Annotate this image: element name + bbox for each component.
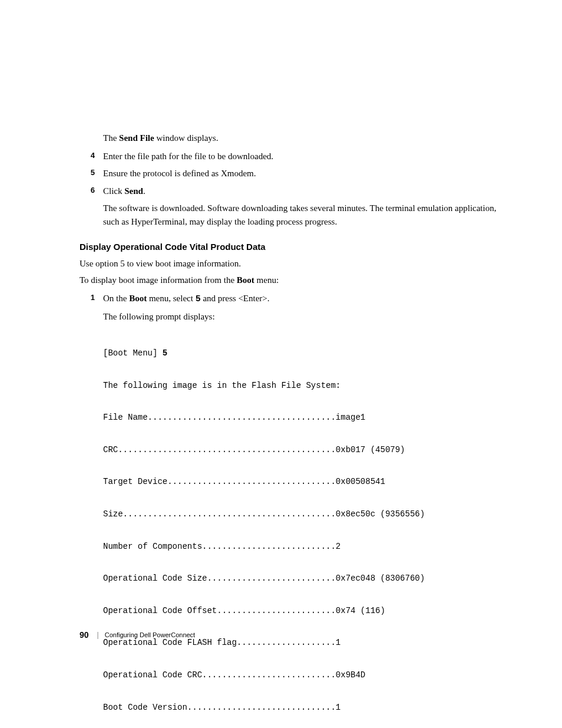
- text: [Boot Menu]: [103, 348, 163, 358]
- console-line: CRC.....................................…: [103, 442, 509, 458]
- text: On the: [103, 294, 129, 303]
- text: and press <Enter>.: [201, 294, 270, 303]
- text: Click: [103, 186, 124, 196]
- step-6: 6 Click Send. The software is downloaded…: [80, 185, 509, 229]
- console-line: The following image is in the Flash File…: [103, 378, 509, 394]
- step-b1: 1 On the Boot menu, select 5 and press <…: [80, 292, 509, 324]
- console-line: File Name...............................…: [103, 410, 509, 426]
- console-line: Boot Code Version.......................…: [103, 700, 509, 716]
- text: To display boot image information from t…: [80, 275, 237, 285]
- section-para-1: Use option 5 to view boot image informat…: [80, 256, 509, 271]
- step-number: 5: [80, 167, 95, 180]
- console-output: [Boot Menu] 5 The following image is in …: [103, 330, 509, 728]
- send-bold: Send: [124, 186, 143, 196]
- step-number: 6: [80, 185, 95, 229]
- chapter-title: Configuring Dell PowerConnect: [105, 631, 195, 638]
- text: menu:: [254, 275, 279, 285]
- boot-bold: Boot: [129, 294, 147, 303]
- text: menu, select: [147, 294, 195, 303]
- footer-separator: |: [97, 631, 99, 639]
- console-line: [Boot Menu] 5: [103, 345, 509, 361]
- step-5: 5 Ensure the protocol is defined as Xmod…: [80, 167, 509, 180]
- text: The: [103, 133, 119, 143]
- console-line: Number of Components....................…: [103, 539, 509, 555]
- step-body: On the Boot menu, select 5 and press <En…: [103, 292, 509, 324]
- console-line: Target Device...........................…: [103, 474, 509, 490]
- step-after-text: The software is downloaded. Software dow…: [103, 202, 509, 229]
- console-line: Operational Code CRC....................…: [103, 667, 509, 683]
- console-line: Size....................................…: [103, 506, 509, 522]
- page-content: The Send File window displays. 4 Enter t…: [0, 0, 562, 728]
- intro-paragraph: The Send File window displays.: [103, 131, 509, 145]
- section-heading: Display Operational Code Vital Product D…: [80, 242, 509, 252]
- section-para-2: To display boot image information from t…: [80, 273, 509, 287]
- text: window displays.: [154, 133, 219, 143]
- page-footer: 90 | Configuring Dell PowerConnect: [80, 630, 195, 640]
- page-number: 90: [80, 630, 89, 640]
- step-4: 4 Enter the file path for the file to be…: [80, 150, 509, 163]
- console-line: Operational Code Offset.................…: [103, 603, 509, 619]
- step-number: 1: [80, 292, 95, 324]
- input-key: 5: [163, 348, 167, 358]
- send-file-bold: Send File: [119, 133, 154, 143]
- text: .: [143, 186, 146, 196]
- step-body: Enter the file path for the file to be d…: [103, 150, 509, 163]
- key-5: 5: [196, 294, 201, 304]
- step-after-text: The following prompt displays:: [103, 310, 509, 324]
- step-body: Click Send. The software is downloaded. …: [103, 185, 509, 229]
- step-body: Ensure the protocol is defined as Xmodem…: [103, 167, 509, 180]
- console-line: Operational Code Size...................…: [103, 571, 509, 587]
- boot-bold: Boot: [237, 275, 254, 285]
- step-number: 4: [80, 150, 95, 163]
